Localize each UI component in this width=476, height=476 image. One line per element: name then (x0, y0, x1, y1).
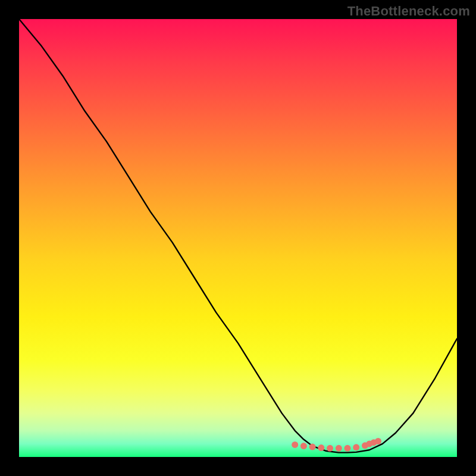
watermark-text: TheBottleneck.com (347, 4, 470, 19)
bottleneck-curve (19, 19, 457, 453)
plot-area (19, 19, 457, 457)
optimal-marker (300, 443, 307, 449)
chart-svg (19, 19, 457, 457)
optimal-marker (336, 445, 342, 452)
optimal-marker (318, 444, 324, 451)
optimal-marker (345, 445, 351, 452)
optimal-marker (375, 438, 381, 444)
optimal-marker (327, 445, 333, 452)
chart-stage: TheBottleneck.com (0, 0, 476, 476)
optimal-marker (353, 444, 359, 450)
optimal-marker (292, 441, 298, 448)
optimal-marker (309, 444, 316, 450)
